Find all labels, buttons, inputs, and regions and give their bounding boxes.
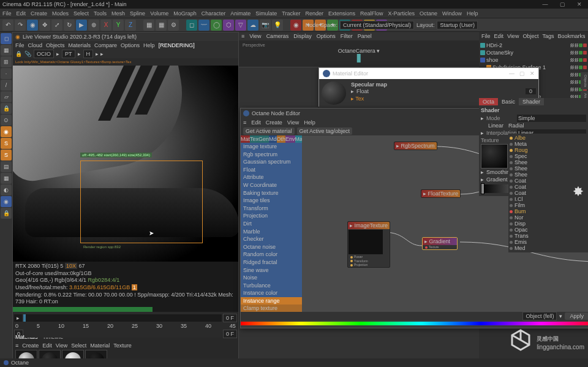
nurbs-icon[interactable]: ◯ [211,20,222,31]
ne-category-tab[interactable]: Env [285,135,295,143]
octane-s2-icon[interactable]: S [1,149,12,161]
material-slot[interactable]: Albe [510,135,587,141]
perspective-viewport[interactable]: Perspective OctaneCamera ▾ [239,40,479,67]
play-icon[interactable]: ▶ [76,20,87,31]
h-dropdown[interactable]: H [83,50,94,58]
ne-category-tab[interactable]: Md [269,135,277,143]
node-list-item[interactable]: Checker [241,235,302,243]
octane-misc-icon[interactable]: ◐ [1,184,12,195]
node-list-item[interactable]: Image tiles [241,197,302,205]
hdri-icon[interactable]: ◉ [1,196,12,207]
obj-menu-item[interactable]: Bookmarks [557,33,585,39]
xaxis-icon[interactable]: X [100,20,111,31]
material-slot[interactable]: Nor [510,214,587,221]
redo-icon[interactable]: ↷ [15,20,26,31]
pt-dropdown[interactable]: PT [62,50,75,58]
menu-modes[interactable]: Modes [52,10,69,17]
node-list-item[interactable]: Marble [241,228,302,236]
node-floattexture[interactable]: ▸ FloatTexture [421,189,461,198]
point-mode-icon[interactable]: · [1,68,12,79]
persp-menu-item[interactable]: Cameras [266,33,289,39]
menu-mesh[interactable]: Mesh [111,10,125,17]
material-slot[interactable]: Film [510,202,587,208]
node-list-item[interactable]: Random color [241,251,302,259]
menu-volume[interactable]: Volume [150,10,168,17]
obj-menu-item[interactable]: View [507,33,519,39]
lock-icon[interactable]: 🔒 [1,103,12,114]
node-list-item[interactable]: Noise [241,274,302,282]
material-slot[interactable]: Med [510,245,587,251]
menu-animate[interactable]: Animate [230,10,251,17]
mat-menu-item[interactable]: View [56,342,67,347]
menu-mograph[interactable]: MoGraph [173,10,197,17]
mat-menu-item[interactable]: Create [22,342,39,347]
generator-icon[interactable]: ⬡ [223,20,234,31]
node-rgbspectrum[interactable]: ▸ RgbSpectrum [394,142,437,150]
obj-menu-item[interactable]: Edit [494,33,504,39]
material-slot[interactable]: Meta [510,141,587,147]
material-slot[interactable]: Coat [510,178,587,184]
objects-tab[interactable]: Objects [581,72,588,89]
zaxis-icon[interactable]: Z [125,20,136,31]
light-icon[interactable]: 💡 [272,20,283,31]
menu-tools[interactable]: Tools [94,10,107,17]
menu-character[interactable]: Character [202,10,226,17]
render-settings-icon[interactable]: ⚙ [168,20,179,31]
attr-tab-shader[interactable]: Shader [519,98,544,105]
lv-menu-item[interactable]: Cloud [28,42,43,48]
persp-menu-item[interactable]: Filter [341,33,353,39]
persp-menu-item[interactable]: Display [293,33,312,39]
ne-menu-item[interactable]: ≡ [243,119,246,126]
snap-icon[interactable]: ⊙ [1,115,12,126]
mateditor-close-icon[interactable]: ✕ [530,70,535,77]
camera-icon[interactable]: 📷 [260,20,271,31]
get-material-button[interactable]: Get Active material [243,127,295,135]
mateditor-min-icon[interactable]: — [509,70,514,77]
menu-edit[interactable]: Edit [17,10,26,17]
lock2-icon[interactable]: 🔒 [1,208,12,219]
edge-mode-icon[interactable]: / [1,80,12,91]
ne-menu-item[interactable]: Create [266,119,282,126]
node-list-item[interactable]: Clamp texture [241,305,302,312]
ne-category-tab[interactable]: Tex [250,135,258,143]
node-list-item[interactable]: Dirt [241,220,302,228]
menu-octane[interactable]: Octane [420,10,437,17]
material-slot[interactable]: Disp [510,221,587,227]
menu-render[interactable]: Render [305,10,323,17]
minimize-button[interactable]: — [537,0,554,9]
lv-menu-item[interactable]: Help [143,42,155,48]
node-list-item[interactable]: Rgb spectrum [241,151,302,159]
node-list-item[interactable]: Turbulance [241,282,302,290]
ne-category-tab[interactable]: Gen [258,135,269,143]
mateditor-max-icon[interactable]: ▢ [519,70,525,77]
ne-category-tab[interactable]: Oth [277,135,286,143]
tree-row[interactable]: OctaneSky [480,49,587,56]
lv-menu-item[interactable]: Objects [46,42,65,48]
obj-menu-item[interactable]: File [481,33,491,39]
material-slot[interactable]: Opac [510,227,587,233]
node-list-item[interactable]: Ridged fractal [241,259,302,267]
environment-icon[interactable]: ☁ [247,20,258,31]
model-mode-icon[interactable]: ◻ [1,33,12,44]
material-slot[interactable]: Shee [510,165,587,172]
ne-category-tab[interactable]: Mat [295,135,302,143]
persp-menu-item[interactable]: View [249,33,261,39]
tree-row[interactable]: HDri-2 [480,42,587,49]
mode-dropdown[interactable]: Simple [517,115,586,122]
octane-dialog-icon[interactable]: ▤ [1,161,12,172]
close-button[interactable]: ✕ [571,0,588,9]
live-viewer-icon[interactable]: ◉ [1,126,12,137]
lv-lock-icon[interactable]: 🔒 [15,51,22,57]
persp-menu-item[interactable]: Options [317,33,336,39]
ne-category-tab[interactable]: Mat [241,135,250,143]
material-slot[interactable]: Emis [510,239,587,245]
octane-tex-icon[interactable]: ▦ [1,173,12,184]
menu-help[interactable]: Help [467,10,478,17]
lv-menu-item[interactable]: File [15,42,24,48]
node-list-item[interactable]: Sine wave [241,267,302,274]
node-list-item[interactable]: Baking texture [241,189,302,197]
lv-menu-item[interactable]: Options [121,42,140,48]
node-list-item[interactable]: Float [241,166,302,174]
ne-menu-item[interactable]: Help [304,119,315,126]
apply-button[interactable]: Apply [565,312,588,320]
